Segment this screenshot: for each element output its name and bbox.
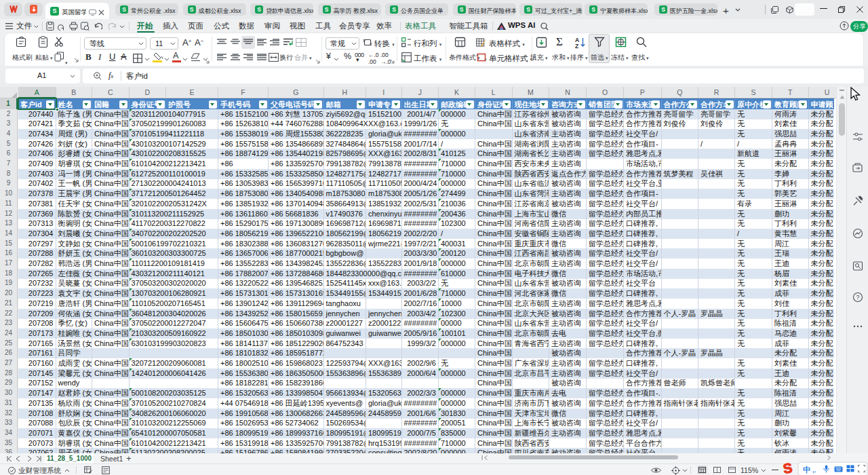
svg-text:?: ? — [856, 294, 860, 301]
svg-text:Z: Z — [575, 43, 578, 49]
